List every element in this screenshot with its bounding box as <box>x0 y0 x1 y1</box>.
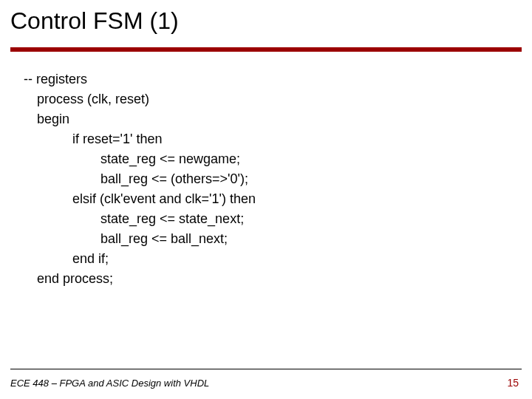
slide: Control FSM (1) -- registers process (cl… <box>0 0 532 399</box>
code-line: -- registers <box>24 69 256 89</box>
title-rule <box>10 47 522 52</box>
code-line: begin <box>37 109 256 129</box>
footer-rule <box>10 369 522 369</box>
code-line: process (clk, reset) <box>37 89 256 109</box>
code-line: ball_reg <= (others=>'0'); <box>100 169 256 189</box>
slide-title: Control FSM (1) <box>10 7 179 35</box>
code-line: ball_reg <= ball_next; <box>100 229 256 249</box>
code-line: elsif (clk'event and clk='1') then <box>72 189 256 209</box>
code-line: if reset='1' then <box>72 129 256 149</box>
page-number: 15 <box>507 377 519 389</box>
code-block: -- registers process (clk, reset) begin … <box>24 69 256 289</box>
code-line: end if; <box>72 249 256 269</box>
footer-text: ECE 448 – FPGA and ASIC Design with VHDL <box>10 378 209 389</box>
code-line: state_reg <= state_next; <box>100 209 256 229</box>
code-line: end process; <box>37 269 256 289</box>
code-line: state_reg <= newgame; <box>100 149 256 169</box>
